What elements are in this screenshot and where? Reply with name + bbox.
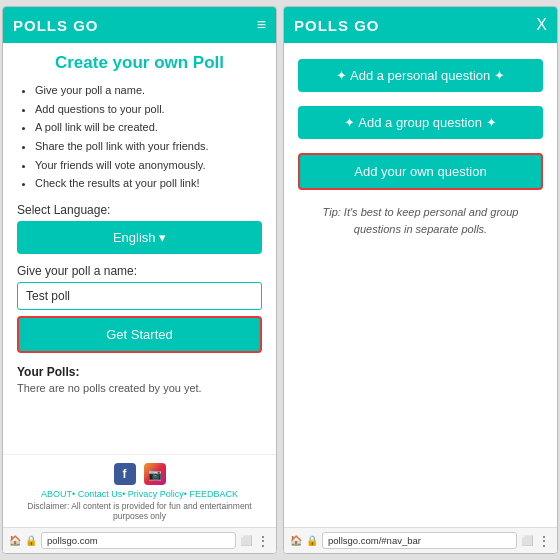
screen2-more-options-icon[interactable]: ⋮ [537,533,551,549]
poll-name-input[interactable] [17,282,262,310]
screen2-logo: POLLS GO [294,17,380,34]
tip-content: Tip: It's best to keep personal and grou… [323,206,519,235]
screen2: POLLS GO X ✦ Add a personal question ✦ ✦… [283,6,558,554]
poll-name-section: Give your poll a name: Get Started [17,264,262,353]
facebook-icon[interactable]: f [114,463,136,485]
close-icon[interactable]: X [536,16,547,34]
group-question-button[interactable]: ✦ Add a group question ✦ [298,106,543,139]
screen2-browser-bar: 🏠 🔒 pollsgo.com/#nav_bar ⬜ ⋮ [284,527,557,553]
footer-disclaimer: Disclaimer: All content is provided for … [9,501,270,521]
screen2-tab-icon[interactable]: ⬜ [521,535,533,546]
screen2-body: ✦ Add a personal question ✦ ✦ Add a grou… [284,43,557,301]
language-button[interactable]: English ▾ [17,221,262,254]
personal-question-button[interactable]: ✦ Add a personal question ✦ [298,59,543,92]
poll-name-label: Give your poll a name: [17,264,262,278]
screen1-header: POLLS GO ≡ [3,7,276,43]
no-polls-text: There are no polls created by you yet. [17,382,262,394]
home-icon[interactable]: 🏠 [9,535,21,546]
more-options-icon[interactable]: ⋮ [256,533,270,549]
screen1: POLLS GO ≡ Create your own Poll Give you… [2,6,277,554]
screen1-body: Create your own Poll Give your poll a na… [3,43,276,454]
tab-icon[interactable]: ⬜ [240,535,252,546]
bullet-5: Your friends will vote anonymously. [35,156,262,175]
social-icons: f 📷 [9,463,270,485]
url-bar[interactable]: pollsgo.com [41,532,236,549]
screen2-spacer [284,301,557,527]
footer-links[interactable]: ABOUT• Contact Us• Privacy Policy• FEEDB… [9,489,270,499]
instagram-icon[interactable]: 📷 [144,463,166,485]
language-label: Select Language: [17,203,262,217]
screen2-header: POLLS GO X [284,7,557,43]
get-started-button[interactable]: Get Started [17,316,262,353]
screen1-footer: f 📷 ABOUT• Contact Us• Privacy Policy• F… [3,454,276,527]
bullet-3: A poll link will be created. [35,118,262,137]
menu-icon[interactable]: ≡ [257,16,266,34]
screen2-home-icon[interactable]: 🏠 [290,535,302,546]
instructions-list: Give your poll a name. Add questions to … [17,81,262,193]
screen1-browser-bar: 🏠 🔒 pollsgo.com ⬜ ⋮ [3,527,276,553]
own-question-button[interactable]: Add your own question [298,153,543,190]
screen2-lock-icon: 🔒 [306,535,318,546]
lock-icon: 🔒 [25,535,37,546]
your-polls-section: Your Polls: There are no polls created b… [17,365,262,394]
page-title: Create your own Poll [17,53,262,73]
bullet-1: Give your poll a name. [35,81,262,100]
your-polls-title: Your Polls: [17,365,262,379]
screen2-url-bar[interactable]: pollsgo.com/#nav_bar [322,532,517,549]
bullet-6: Check the results at your poll link! [35,174,262,193]
bullet-4: Share the poll link with your friends. [35,137,262,156]
screen1-logo: POLLS GO [13,17,99,34]
bullet-2: Add questions to your poll. [35,100,262,119]
tip-text: Tip: It's best to keep personal and grou… [298,204,543,237]
